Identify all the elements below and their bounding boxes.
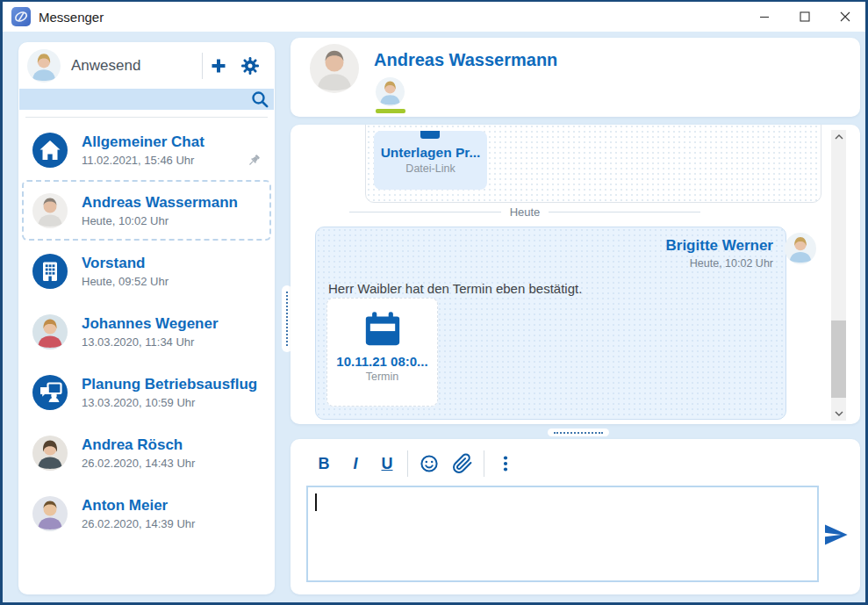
building-icon [32, 254, 68, 289]
chat-timestamp: 13.03.2020, 11:34 Uhr [82, 335, 219, 349]
group-chat-icon [32, 375, 68, 410]
underline-button[interactable]: U [371, 450, 403, 478]
attachment-title: 10.11.21 08:0... [327, 354, 437, 369]
chat-list-item-johannes-wegener[interactable]: Johannes Wegener 13.03.2020, 11:34 Uhr [22, 301, 271, 362]
settings-gear-button[interactable] [234, 50, 266, 82]
chat-header: Andreas Wassermann [291, 38, 860, 117]
participant-avatar[interactable] [376, 77, 405, 106]
text-caret [315, 493, 317, 511]
file-icon [420, 131, 440, 139]
send-button[interactable] [821, 521, 850, 551]
date-divider-label: Heute [510, 205, 541, 219]
pin-icon[interactable] [245, 152, 262, 169]
chat-name: Planung Betriebsausflug [82, 376, 257, 393]
chat-list-item-vorstand[interactable]: Vorstand Heute, 09:52 Uhr [22, 241, 271, 301]
chat-name: Anton Meier [82, 497, 195, 515]
toolbar-divider [407, 450, 408, 477]
online-status-bar [376, 109, 405, 113]
message-history: Unterlagen Pr... Datei-Link Heute Brigit… [291, 125, 860, 424]
window-controls [744, 2, 865, 32]
emoji-button[interactable] [412, 450, 446, 478]
scrollbar-thumb[interactable] [831, 321, 846, 398]
avatar [32, 496, 68, 531]
file-link-attachment[interactable]: Unterlagen Pr... Datei-Link [374, 131, 487, 190]
message-text: Herr Waibler hat den Termin eben bestäti… [328, 281, 773, 296]
search-bar [19, 89, 274, 110]
calendar-icon [362, 308, 403, 349]
chat-partner-avatar [310, 44, 359, 93]
maximize-button[interactable] [785, 2, 825, 32]
attachment-title: Unterlagen Pr... [374, 145, 487, 161]
app-area: Anwesend [3, 32, 865, 602]
avatar [32, 314, 68, 349]
window-title: Messenger [39, 10, 104, 25]
chat-timestamp: Heute, 09:52 Uhr [82, 275, 169, 288]
message-scrollbar[interactable] [831, 130, 846, 421]
avatar [32, 193, 68, 228]
chat-timestamp: 26.02.2020, 14:39 Uhr [82, 517, 195, 530]
message-bubble: Brigitte Werner Heute, 10:02 Uhr Herr Wa… [315, 227, 786, 420]
chat-list-item-allgemeiner-chat[interactable]: Allgemeiner Chat 11.02.2021, 15:46 Uhr [22, 119, 271, 180]
current-user-avatar[interactable] [27, 49, 61, 83]
home-icon [32, 133, 68, 168]
chat-list-item-andrea-roesch[interactable]: Andrea Rösch 26.02.2020, 14:43 Uhr [22, 422, 271, 483]
search-input[interactable] [19, 89, 249, 110]
horizontal-splitter-handle[interactable] [548, 429, 609, 436]
attachment-type: Termin [327, 371, 437, 383]
presence-status-label[interactable]: Anwesend [71, 57, 140, 75]
chat-timestamp: 26.02.2020, 14:43 Uhr [82, 457, 195, 470]
message-time: Heute, 10:02 Uhr [328, 257, 773, 270]
scroll-down-arrow[interactable] [831, 407, 846, 421]
chat-title: Andreas Wassermann [374, 50, 557, 70]
chat-name: Andrea Rösch [82, 436, 195, 454]
chat-name: Andreas Wassermann [82, 194, 238, 212]
chat-name: Vorstand [82, 255, 169, 272]
bold-button[interactable]: B [308, 450, 340, 478]
more-options-kebab-button[interactable] [489, 450, 522, 478]
search-icon[interactable] [249, 89, 270, 110]
messenger-window: Messenger Anwesend [0, 0, 868, 605]
avatar [32, 436, 68, 471]
sidebar: Anwesend [18, 42, 275, 594]
chat-timestamp: Heute, 10:02 Uhr [82, 214, 238, 227]
close-button[interactable] [825, 2, 865, 32]
toolbar-divider [484, 450, 484, 477]
attachment-paperclip-button[interactable] [446, 450, 479, 478]
chat-list-item-anton-meier[interactable]: Anton Meier 26.02.2020, 14:39 Uhr [22, 483, 271, 544]
chat-timestamp: 13.03.2020, 10:59 Uhr [82, 396, 257, 409]
attachment-type: Datei-Link [374, 162, 487, 175]
message-input[interactable] [306, 486, 819, 582]
sidebar-divider [25, 117, 268, 118]
chat-list: Allgemeiner Chat 11.02.2021, 15:46 Uhr A… [22, 119, 271, 544]
sender-avatar [785, 233, 816, 264]
date-divider: Heute [349, 205, 700, 219]
compose-area: B I U [291, 439, 860, 594]
sidebar-header: Anwesend [18, 42, 275, 89]
chat-list-item-planung-betriebsausflug[interactable]: Planung Betriebsausflug 13.03.2020, 10:5… [22, 362, 271, 422]
message-sender: Brigitte Werner [328, 237, 773, 255]
termin-attachment[interactable]: 10.11.21 08:0... Termin [326, 298, 438, 407]
scroll-up-arrow[interactable] [831, 130, 846, 144]
chat-name: Allgemeiner Chat [82, 133, 204, 151]
chat-name: Johannes Wegener [82, 315, 219, 333]
app-logo-icon [11, 7, 31, 26]
minimize-button[interactable] [744, 2, 785, 32]
add-chat-button[interactable] [203, 50, 234, 82]
format-toolbar: B I U [308, 450, 522, 478]
italic-button[interactable]: I [340, 450, 371, 478]
chat-list-item-andreas-wassermann[interactable]: Andreas Wassermann Heute, 10:02 Uhr [22, 180, 271, 241]
chat-timestamp: 11.02.2021, 15:46 Uhr [82, 154, 204, 167]
message-bubble-older: Unterlagen Pr... Datei-Link [365, 125, 821, 203]
title-bar: Messenger [3, 2, 865, 32]
